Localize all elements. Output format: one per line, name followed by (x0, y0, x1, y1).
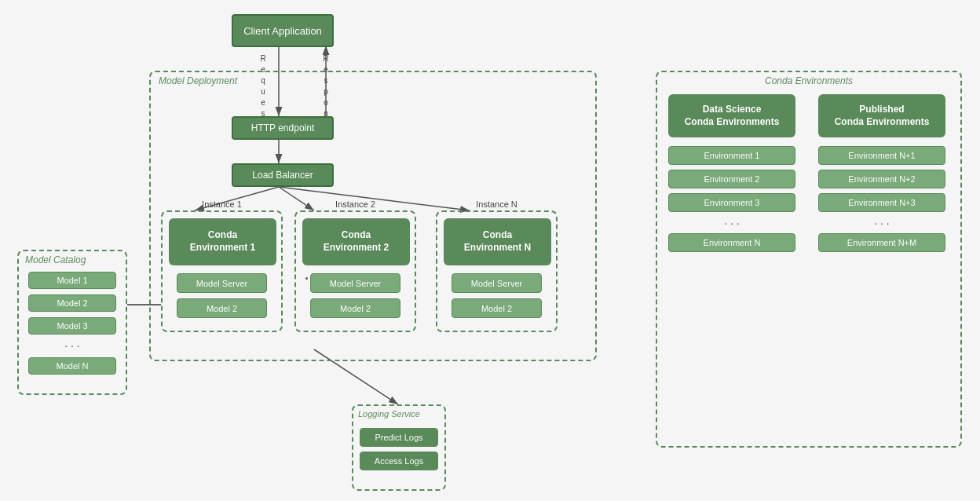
pub-env1: Environment N+1 (818, 146, 945, 165)
instance1-model2: Model 2 (177, 298, 267, 318)
model-deployment-label: Model Deployment (159, 75, 237, 86)
instance1-label: Instance 1 (202, 199, 242, 209)
logging-service-label: Logging Service (358, 409, 420, 419)
diagram-container: Client Application Request Response HTTP… (0, 0, 980, 501)
instance2-container: Instance 2 CondaEnvironment 2 Model Serv… (294, 210, 416, 332)
conda-env2-box: CondaEnvironment 2 (302, 218, 410, 265)
instance2-model-server: Model Server (310, 273, 400, 293)
instance1-container: Instance 1 CondaEnvironment 1 Model Serv… (161, 210, 283, 332)
instance2-label: Instance 2 (335, 199, 375, 209)
ds-env3: Environment 3 (668, 193, 795, 212)
conda-envN-box: CondaEnvironment N (444, 218, 551, 265)
pub-env2: Environment N+2 (818, 170, 945, 188)
instance1-model-server: Model Server (177, 273, 267, 293)
model-dots: · · · (64, 339, 79, 352)
ds-envN: Environment N (668, 233, 795, 252)
logging-service-container: Logging Service Predict Logs Access Logs (352, 404, 446, 491)
modelN: Model N (28, 357, 116, 375)
predict-logs-box: Predict Logs (360, 428, 438, 447)
access-logs-box: Access Logs (360, 452, 438, 470)
model2: Model 2 (28, 294, 116, 312)
pub-env3: Environment N+3 (818, 193, 945, 212)
instance2-model2: Model 2 (310, 298, 400, 318)
ds-env2: Environment 2 (668, 170, 795, 188)
instanceN-label: Instance N (476, 199, 517, 209)
ds-env-dots: · · · (724, 217, 739, 229)
conda-environments-label: Conda Environments (765, 75, 853, 86)
conda-environments-panel: Conda Environments Data ScienceConda Env… (656, 71, 962, 448)
instanceN-model-server: Model Server (452, 273, 542, 293)
data-science-conda-box: Data ScienceConda Environments (668, 94, 795, 137)
client-application-box: Client Application (232, 14, 334, 47)
pub-env-dots: · · · (874, 217, 889, 229)
model1: Model 1 (28, 272, 116, 289)
ds-env1: Environment 1 (668, 146, 795, 165)
pub-envNM: Environment N+M (818, 233, 945, 252)
conda-env1-box: CondaEnvironment 1 (169, 218, 276, 265)
instanceN-model2: Model 2 (452, 298, 542, 318)
model3: Model 3 (28, 317, 116, 335)
instanceN-container: Instance N CondaEnvironment N Model Serv… (436, 210, 558, 332)
model-catalog-label: Model Catalog (25, 254, 86, 265)
model-catalog-container: Model Catalog Model 1 Model 2 Model 3 · … (17, 250, 127, 395)
published-conda-box: PublishedConda Environments (818, 94, 945, 137)
